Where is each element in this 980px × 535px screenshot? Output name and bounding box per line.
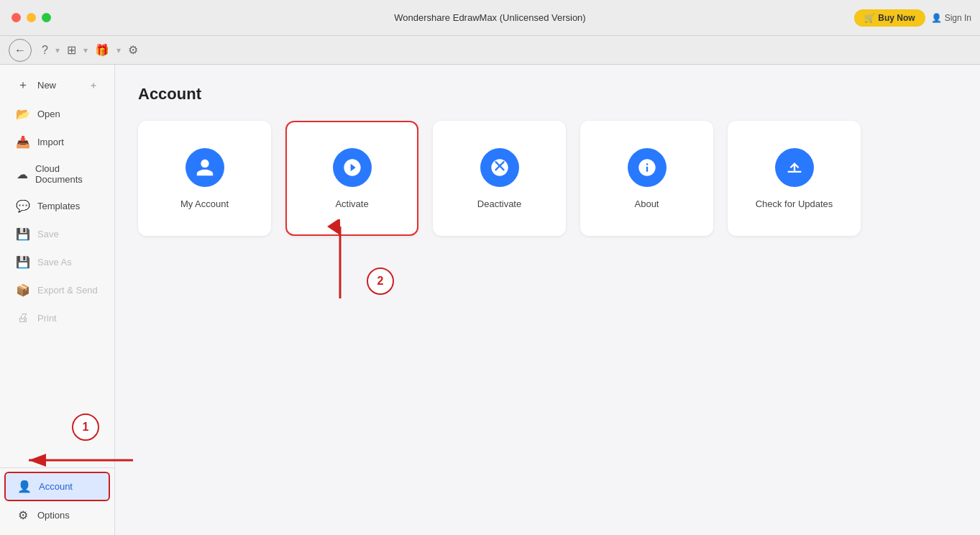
- account-cards-row: My Account Activate Deactivate: [138, 121, 957, 236]
- save-as-icon: 💾: [16, 255, 30, 269]
- traffic-lights: [12, 13, 51, 22]
- sidebar-item-import[interactable]: 📥 Import: [4, 129, 110, 155]
- plus-icon: ＋: [88, 79, 99, 92]
- help-dropdown-icon: ▾: [55, 45, 60, 55]
- buy-now-button[interactable]: 🛒 Buy Now: [854, 9, 925, 27]
- close-button[interactable]: [12, 13, 21, 22]
- save-icon: 💾: [16, 227, 30, 241]
- back-button[interactable]: ←: [9, 39, 32, 62]
- my-account-card[interactable]: My Account: [138, 121, 271, 236]
- sidebar-item-cloud[interactable]: ☁ Cloud Documents: [4, 157, 110, 191]
- titlebar: Wondershare EdrawMax (Unlicensed Version…: [0, 0, 980, 36]
- titlebar-actions: 🛒 Buy Now 👤 Sign In: [854, 9, 971, 27]
- check-updates-card[interactable]: Check for Updates: [728, 121, 861, 236]
- sidebar-item-account[interactable]: 👤 Account: [4, 472, 110, 501]
- settings-icon-button[interactable]: ⚙: [124, 40, 142, 60]
- sidebar-item-cloud-label: Cloud Documents: [35, 163, 99, 185]
- about-icon-circle: [628, 148, 667, 187]
- cart-icon: 🛒: [864, 13, 875, 23]
- maximize-button[interactable]: [42, 13, 51, 22]
- sidebar-item-open[interactable]: 📂 Open: [4, 101, 110, 127]
- about-label: About: [635, 198, 659, 209]
- app-title: Wondershare EdrawMax (Unlicensed Version…: [394, 12, 585, 23]
- about-card[interactable]: About: [580, 121, 713, 236]
- sidebar: ＋ New ＋ 📂 Open 📥 Import ☁ Cloud Document…: [0, 65, 115, 535]
- new-icon: ＋: [16, 78, 30, 93]
- account-icon: 👤: [17, 480, 32, 493]
- community-icon-button[interactable]: ⊞: [63, 40, 81, 60]
- help-icon-button[interactable]: ?: [37, 41, 52, 60]
- toolbar-icons: ? ▾ ⊞ ▾ 🎁 ▾ ⚙: [37, 40, 142, 60]
- check-updates-icon-circle: [775, 148, 814, 187]
- activate-label: Activate: [335, 198, 368, 209]
- sidebar-item-export-label: Export & Send: [37, 285, 98, 296]
- sidebar-item-options-label: Options: [37, 510, 70, 521]
- sidebar-item-templates[interactable]: 💬 Templates: [4, 193, 110, 219]
- sidebar-bottom: 👤 Account ⚙ Options: [0, 467, 114, 529]
- community-dropdown-icon: ▾: [83, 45, 88, 55]
- sidebar-item-import-label: Import: [37, 137, 64, 147]
- sidebar-item-export: 📦 Export & Send: [4, 277, 110, 303]
- my-account-label: My Account: [180, 198, 229, 209]
- sidebar-item-save: 💾 Save: [4, 221, 110, 247]
- sidebar-item-save-as: 💾 Save As: [4, 249, 110, 275]
- sidebar-item-save-label: Save: [37, 229, 59, 239]
- import-icon: 📥: [16, 135, 30, 149]
- content-area: Account My Account Activate: [115, 65, 980, 535]
- sidebar-item-options[interactable]: ⚙ Options: [4, 502, 110, 529]
- my-account-icon-circle: [186, 148, 224, 187]
- sidebar-item-account-label: Account: [39, 481, 73, 492]
- check-updates-label: Check for Updates: [756, 198, 833, 209]
- sidebar-item-new-label: New: [37, 80, 56, 91]
- sidebar-item-open-label: Open: [37, 109, 60, 119]
- export-icon: 📦: [16, 283, 30, 297]
- second-toolbar: ← ? ▾ ⊞ ▾ 🎁 ▾ ⚙: [0, 36, 980, 65]
- templates-icon: 💬: [16, 199, 30, 213]
- sidebar-item-new[interactable]: ＋ New ＋: [4, 71, 110, 99]
- gift-dropdown-icon: ▾: [116, 45, 121, 55]
- gift-icon-button[interactable]: 🎁: [91, 40, 114, 60]
- activate-card[interactable]: Activate: [285, 121, 418, 236]
- main-layout: ＋ New ＋ 📂 Open 📥 Import ☁ Cloud Document…: [0, 65, 980, 535]
- open-icon: 📂: [16, 107, 30, 121]
- deactivate-icon-circle: [480, 148, 519, 187]
- options-icon: ⚙: [16, 508, 30, 522]
- sidebar-item-print-label: Print: [37, 313, 57, 324]
- cloud-icon: ☁: [16, 168, 28, 181]
- sidebar-item-templates-label: Templates: [37, 201, 80, 211]
- sidebar-item-print: 🖨 Print: [4, 305, 110, 331]
- activate-icon-circle: [333, 148, 372, 187]
- sign-in-button[interactable]: 👤 Sign In: [931, 13, 971, 23]
- page-title: Account: [138, 85, 957, 104]
- deactivate-card[interactable]: Deactivate: [433, 121, 566, 236]
- print-icon: 🖨: [16, 311, 30, 324]
- minimize-button[interactable]: [27, 13, 36, 22]
- user-icon: 👤: [931, 13, 942, 23]
- deactivate-label: Deactivate: [477, 198, 521, 209]
- sidebar-item-save-as-label: Save As: [37, 257, 72, 268]
